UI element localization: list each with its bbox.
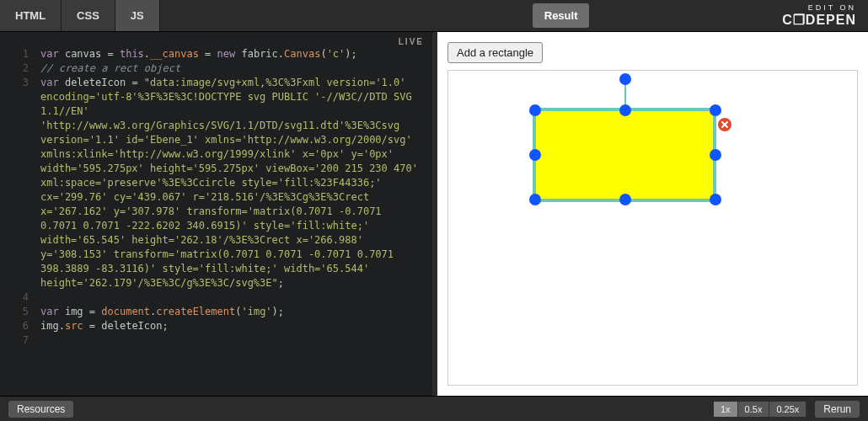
editor-pane[interactable]: LIVE 1var canvas = this.__canvas = new f… — [0, 32, 432, 396]
rotation-handle[interactable] — [619, 73, 631, 85]
tab-html[interactable]: HTML — [0, 0, 62, 31]
code-text[interactable]: var deleteIcon = "data:image/svg+xml,%3C… — [40, 76, 432, 290]
code-text[interactable]: var canvas = this.__canvas = new fabric.… — [40, 47, 432, 61]
code-line[interactable]: 5var img = document.createElement('img')… — [0, 305, 432, 319]
canvas[interactable] — [447, 70, 858, 386]
code-line[interactable]: 4 — [0, 290, 432, 305]
code-text[interactable] — [40, 290, 432, 305]
zoom-05x[interactable]: 0.5x — [738, 402, 770, 417]
delete-icon[interactable] — [716, 116, 733, 133]
fabric-rect[interactable] — [533, 108, 716, 202]
handle-mid-right[interactable] — [710, 149, 721, 161]
line-number: 7 — [0, 333, 40, 348]
tab-css[interactable]: CSS — [62, 0, 115, 31]
line-number: 1 — [0, 47, 40, 61]
codepen-logo: C❒DEPEN — [782, 12, 856, 28]
handle-top-right[interactable] — [710, 104, 721, 116]
handle-bot-mid[interactable] — [619, 194, 631, 205]
line-number: 4 — [0, 290, 40, 305]
result-pane: Add a rectangle — [437, 32, 868, 396]
code-line[interactable]: 7 — [0, 333, 432, 348]
handle-top-left[interactable] — [529, 104, 541, 116]
bottom-bar: Resources 1x 0.5x 0.25x Rerun — [0, 396, 868, 421]
result-button[interactable]: Result — [533, 3, 590, 28]
handle-mid-left[interactable] — [529, 149, 541, 161]
line-number: 5 — [0, 305, 40, 319]
resources-button[interactable]: Resources — [8, 401, 73, 418]
line-number: 2 — [0, 61, 40, 76]
code-text[interactable]: var img = document.createElement('img'); — [40, 305, 432, 319]
code-line[interactable]: 1var canvas = this.__canvas = new fabric… — [0, 47, 432, 61]
zoom-025x[interactable]: 0.25x — [769, 402, 806, 417]
code-line[interactable]: 3var deleteIcon = "data:image/svg+xml,%3… — [0, 76, 432, 290]
live-badge: LIVE — [399, 37, 424, 46]
zoom-1x[interactable]: 1x — [714, 402, 738, 417]
line-number: 3 — [0, 76, 40, 290]
handle-bot-left[interactable] — [529, 194, 541, 205]
zoom-controls: 1x 0.5x 0.25x — [714, 402, 806, 417]
code-line[interactable]: 2// create a rect object — [0, 61, 432, 76]
handle-top-mid[interactable] — [619, 104, 631, 116]
code-text[interactable]: // create a rect object — [40, 61, 432, 76]
line-number: 6 — [0, 319, 40, 333]
rerun-button[interactable]: Rerun — [815, 401, 860, 418]
tab-js[interactable]: JS — [115, 0, 160, 31]
code-editor[interactable]: 1var canvas = this.__canvas = new fabric… — [0, 47, 432, 396]
code-text[interactable]: img.src = deleteIcon; — [40, 319, 432, 333]
brand[interactable]: EDIT ON C❒DEPEN — [782, 0, 868, 31]
edit-on-label: EDIT ON — [782, 3, 856, 12]
code-text[interactable] — [40, 333, 432, 348]
main-area: LIVE 1var canvas = this.__canvas = new f… — [0, 32, 868, 396]
editor-tabs: HTML CSS JS — [0, 0, 160, 31]
top-bar: HTML CSS JS Result EDIT ON C❒DEPEN — [0, 0, 868, 32]
handle-bot-right[interactable] — [710, 194, 721, 205]
add-rectangle-button[interactable]: Add a rectangle — [447, 42, 543, 63]
code-line[interactable]: 6img.src = deleteIcon; — [0, 319, 432, 333]
